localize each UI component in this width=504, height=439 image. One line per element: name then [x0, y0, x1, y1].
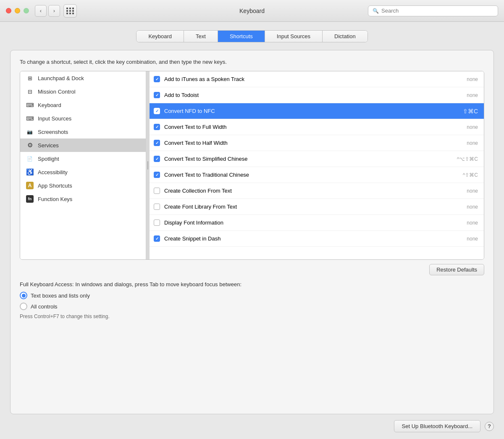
sidebar-item-spotlight[interactable]: 📄 Spotlight	[20, 152, 146, 165]
sidebar-label-function-keys: Function Keys	[38, 196, 72, 202]
shortcut-key-1: none	[467, 92, 478, 98]
shortcut-name-5: Convert Text to Simplified Chinese	[164, 156, 453, 162]
sidebar-item-function-keys[interactable]: fn Function Keys	[20, 192, 146, 206]
checkmark-10: ✓	[155, 237, 159, 241]
shortcut-row-4[interactable]: ✓ Convert Text to Half Width none	[150, 135, 484, 151]
search-input[interactable]	[381, 8, 494, 14]
search-icon: 🔍	[373, 8, 379, 14]
shortcut-name-8: Create Font Library From Text	[164, 204, 462, 210]
checkbox-1[interactable]: ✓	[154, 92, 160, 98]
accessibility-icon: ♿	[26, 168, 34, 176]
traffic-lights	[6, 8, 29, 13]
shortcut-name-7: Create Collection From Text	[164, 188, 462, 194]
radio-label-text-boxes: Text boxes and lists only	[31, 293, 90, 299]
shortcut-key-3: none	[467, 124, 478, 130]
radio-label-all-controls: All controls	[31, 303, 58, 310]
tab-keyboard[interactable]: Keyboard	[136, 31, 184, 42]
shortcut-name-2: Convert NFD to NFC	[164, 108, 459, 114]
radio-all-controls[interactable]: All controls	[20, 303, 484, 310]
tab-input-sources[interactable]: Input Sources	[265, 31, 323, 42]
back-button[interactable]: ‹	[35, 5, 47, 17]
shortcut-row-6[interactable]: ✓ Convert Text to Traditional Chinese ^⇧…	[150, 167, 484, 183]
maximize-button[interactable]	[24, 8, 29, 13]
checkmark-6: ✓	[155, 173, 159, 177]
sidebar-item-screenshots[interactable]: 📷 Screenshots	[20, 125, 146, 138]
checkmark-5: ✓	[155, 157, 159, 161]
radio-circle-all-controls[interactable]	[20, 303, 27, 310]
shortcut-row-7[interactable]: Create Collection From Text none	[150, 183, 484, 199]
shortcuts-list: ✓ Add to iTunes as a Spoken Track none ✓…	[150, 71, 484, 259]
checkbox-2[interactable]: ✓	[154, 108, 160, 114]
shortcut-name-0: Add to iTunes as a Spoken Track	[164, 76, 462, 82]
checkbox-9[interactable]	[154, 220, 160, 226]
restore-defaults-button[interactable]: Restore Defaults	[429, 264, 484, 275]
close-button[interactable]	[6, 8, 11, 13]
services-icon: ⚙	[26, 141, 34, 149]
tab-text[interactable]: Text	[184, 31, 218, 42]
shortcut-key-2: ⇧⌘C	[463, 108, 478, 115]
shortcut-name-6: Convert Text to Traditional Chinese	[164, 172, 459, 178]
spotlight-icon: 📄	[26, 155, 34, 162]
sidebar-item-launchpad[interactable]: ⊞ Launchpad & Dock	[20, 71, 146, 85]
sidebar-item-mission-control[interactable]: ⊟ Mission Control	[20, 85, 146, 98]
shortcut-name-3: Convert Text to Full Width	[164, 124, 462, 130]
app-shortcuts-icon: A	[26, 182, 34, 189]
bottom-bar: Set Up Bluetooth Keyboard... ?	[10, 420, 494, 432]
shortcut-key-10: none	[467, 236, 478, 242]
checkbox-3[interactable]: ✓	[154, 124, 160, 130]
minimize-button[interactable]	[15, 8, 20, 13]
function-keys-icon: fn	[26, 195, 34, 203]
checkbox-5[interactable]: ✓	[154, 156, 160, 162]
sidebar-item-app-shortcuts[interactable]: A App Shortcuts	[20, 179, 146, 192]
checkmark-2: ✓	[155, 109, 159, 113]
sidebar-item-keyboard[interactable]: ⌨ Keyboard	[20, 98, 146, 112]
sidebar-label-mission-control: Mission Control	[38, 89, 76, 95]
radio-text-boxes[interactable]: Text boxes and lists only	[20, 292, 484, 299]
grid-button[interactable]	[63, 4, 77, 18]
left-sidebar: ⊞ Launchpad & Dock ⊟ Mission Control ⌨ K…	[20, 71, 146, 259]
sidebar-item-accessibility[interactable]: ♿ Accessibility	[20, 165, 146, 179]
tab-shortcuts[interactable]: Shortcuts	[218, 31, 265, 42]
checkmark-4: ✓	[155, 141, 159, 145]
resizer[interactable]	[146, 71, 150, 259]
full-keyboard-access-section: Full Keyboard Access: In windows and dia…	[20, 281, 484, 319]
back-icon: ‹	[40, 8, 42, 14]
shortcut-row-2[interactable]: ✓ Convert NFD to NFC ⇧⌘C	[150, 103, 484, 119]
mission-control-icon: ⊟	[26, 88, 34, 95]
sidebar-label-services: Services	[38, 142, 59, 149]
checkbox-6[interactable]: ✓	[154, 172, 160, 178]
help-button[interactable]: ?	[485, 422, 494, 431]
checkbox-0[interactable]: ✓	[154, 76, 160, 82]
checkbox-7[interactable]	[154, 188, 160, 194]
checkmark-0: ✓	[155, 77, 159, 81]
shortcut-name-1: Add to Todoist	[164, 92, 462, 98]
shortcut-key-0: none	[467, 76, 478, 82]
shortcut-row-1[interactable]: ✓ Add to Todoist none	[150, 87, 484, 103]
screenshots-icon: 📷	[26, 128, 34, 136]
shortcut-key-9: none	[467, 220, 478, 226]
shortcut-row-9[interactable]: Display Font Information none	[150, 215, 484, 231]
checkbox-8[interactable]	[154, 204, 160, 210]
setup-bluetooth-button[interactable]: Set Up Bluetooth Keyboard...	[394, 420, 480, 432]
sidebar-label-app-shortcuts: App Shortcuts	[38, 183, 72, 189]
checkbox-4[interactable]: ✓	[154, 140, 160, 146]
forward-button[interactable]: ›	[48, 5, 60, 17]
split-layout: ⊞ Launchpad & Dock ⊟ Mission Control ⌨ K…	[20, 71, 484, 260]
shortcut-row-10[interactable]: ✓ Create Snippet in Dash none	[150, 231, 484, 247]
hint-text: Press Control+F7 to change this setting.	[20, 314, 484, 319]
sidebar-item-input-sources[interactable]: ⌨ Input Sources	[20, 112, 146, 125]
shortcut-row-3[interactable]: ✓ Convert Text to Full Width none	[150, 119, 484, 135]
window-title: Keyboard	[239, 8, 265, 14]
shortcuts-panel: To change a shortcut, select it, click t…	[10, 50, 494, 414]
radio-circle-text-boxes[interactable]	[20, 292, 27, 299]
sidebar-label-accessibility: Accessibility	[38, 169, 68, 175]
shortcut-row-0[interactable]: ✓ Add to iTunes as a Spoken Track none	[150, 71, 484, 87]
shortcut-row-8[interactable]: Create Font Library From Text none	[150, 199, 484, 215]
checkbox-10[interactable]: ✓	[154, 235, 160, 242]
sidebar-item-services[interactable]: ⚙ Services	[20, 138, 146, 152]
tab-dictation[interactable]: Dictation	[323, 31, 368, 42]
resizer-handle	[147, 161, 148, 170]
sidebar-label-input-sources: Input Sources	[38, 115, 71, 122]
shortcut-row-5[interactable]: ✓ Convert Text to Simplified Chinese ^⌥⇧…	[150, 151, 484, 167]
shortcut-key-5: ^⌥⇧⌘C	[457, 156, 478, 162]
